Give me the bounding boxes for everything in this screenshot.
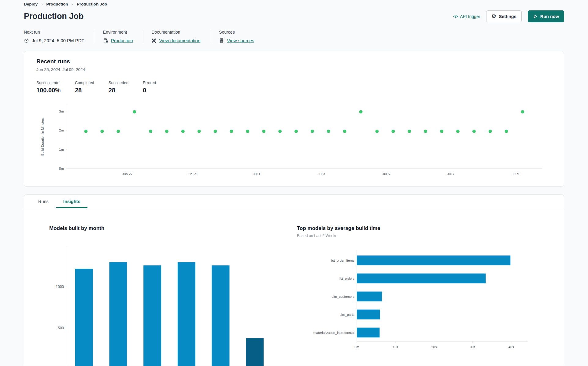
breadcrumb-separator-icon: › bbox=[41, 2, 43, 6]
svg-text:20s: 20s bbox=[431, 345, 437, 349]
tab-bar: Runs Insights bbox=[24, 195, 564, 208]
svg-text:3m: 3m bbox=[59, 109, 64, 113]
svg-text:materialization_incremental: materialization_incremental bbox=[313, 331, 354, 335]
svg-text:Jun 29: Jun 29 bbox=[187, 172, 198, 176]
recent-runs-stats: Success rate 100.00% Completed 28 Succee… bbox=[36, 80, 557, 94]
svg-text:Jul 1: Jul 1 bbox=[253, 172, 260, 176]
insights-panel: Models built by month 05001000FebMarAprM… bbox=[24, 208, 564, 366]
svg-text:Jun 27: Jun 27 bbox=[122, 172, 133, 176]
stat-success-rate: Success rate 100.00% bbox=[36, 80, 61, 94]
view-sources-link[interactable]: View sources bbox=[227, 38, 254, 43]
job-meta-row: Next run Jul 9, 2024, 5:00 PM PDT Enviro… bbox=[24, 30, 564, 43]
meta-documentation: Documentation View documentation bbox=[143, 30, 211, 43]
runs-insights-card: Runs Insights Models built by month 0500… bbox=[24, 194, 564, 366]
chart-title: Top models by average build time bbox=[297, 225, 545, 231]
run-now-button[interactable]: Run now bbox=[528, 10, 564, 22]
svg-text:Jul 5: Jul 5 bbox=[382, 172, 390, 176]
code-icon: </> bbox=[453, 14, 458, 19]
top-models-chart: 0m10s20s30s40sfct_order_itemsfct_ordersd… bbox=[297, 249, 545, 351]
api-trigger-label: API trigger bbox=[460, 14, 480, 19]
top-models-section: Top models by average build time Based o… bbox=[297, 225, 545, 366]
play-icon bbox=[533, 14, 538, 19]
svg-text:dim_customers: dim_customers bbox=[331, 295, 354, 298]
breadcrumb-production-job: Production Job bbox=[77, 2, 107, 6]
breadcrumb-separator-icon: › bbox=[72, 2, 73, 6]
header-actions: </> API trigger ⚙ Settings Run now bbox=[453, 10, 564, 22]
svg-text:fct_order_items: fct_order_items bbox=[331, 259, 354, 262]
svg-text:0m: 0m bbox=[59, 167, 64, 170]
meta-label: Sources bbox=[219, 30, 254, 35]
svg-text:Jul 3: Jul 3 bbox=[318, 172, 325, 176]
recent-runs-title: Recent runs bbox=[36, 58, 557, 65]
build-duration-scatter-chart: 0m1m2m3mJun 27Jun 29Jul 1Jul 3Jul 5Jul 7… bbox=[36, 101, 556, 183]
svg-text:30s: 30s bbox=[470, 345, 475, 349]
environment-icon bbox=[103, 38, 108, 43]
breadcrumb: Deploy › Production › Production Job bbox=[24, 0, 564, 6]
database-icon bbox=[219, 38, 224, 43]
svg-text:fct_orders: fct_orders bbox=[339, 277, 354, 280]
run-now-label: Run now bbox=[540, 14, 559, 19]
models-built-by-month-chart: 05001000FebMarAprMayJunCurrent bbox=[49, 241, 276, 366]
tab-insights[interactable]: Insights bbox=[56, 195, 88, 208]
meta-next-run: Next run Jul 9, 2024, 5:00 PM PDT bbox=[24, 30, 95, 43]
svg-text:Jul 7: Jul 7 bbox=[447, 172, 454, 176]
models-built-by-month-section: Models built by month 05001000FebMarAprM… bbox=[49, 225, 276, 366]
settings-label: Settings bbox=[499, 14, 516, 19]
svg-text:2m: 2m bbox=[59, 128, 64, 132]
gear-icon: ⚙ bbox=[491, 14, 496, 19]
tab-runs[interactable]: Runs bbox=[31, 195, 56, 208]
svg-text:Build Duration in Minutes: Build Duration in Minutes bbox=[41, 118, 44, 156]
production-job-page: Deploy › Production › Production Job Pro… bbox=[0, 0, 588, 366]
svg-text:Jul 9: Jul 9 bbox=[512, 172, 519, 176]
stat-completed: Completed 28 bbox=[75, 80, 94, 94]
breadcrumb-production[interactable]: Production bbox=[46, 2, 68, 6]
svg-text:500: 500 bbox=[58, 326, 64, 330]
svg-text:dim_parts: dim_parts bbox=[340, 313, 355, 316]
page-title: Production Job bbox=[24, 12, 83, 21]
meta-sources: Sources View sources bbox=[211, 30, 264, 43]
meta-label: Documentation bbox=[151, 30, 200, 35]
stat-succeeded: Succeeded 28 bbox=[109, 80, 128, 94]
chart-subtitle: Based on Last 2 Weeks bbox=[297, 234, 545, 238]
api-trigger-link[interactable]: </> API trigger bbox=[453, 14, 480, 19]
recent-runs-card: Recent runs Jun 25, 2024–Jul 09, 2024 Su… bbox=[24, 51, 564, 187]
svg-text:1000: 1000 bbox=[56, 285, 64, 289]
meta-environment: Environment Production bbox=[95, 30, 143, 43]
page-header: Production Job </> API trigger ⚙ Setting… bbox=[24, 10, 564, 22]
recent-runs-date-range: Jun 25, 2024–Jul 09, 2024 bbox=[36, 67, 557, 72]
next-run-value: Jul 9, 2024, 5:00 PM PDT bbox=[32, 38, 84, 43]
dbt-docs-icon bbox=[151, 38, 156, 43]
svg-text:10s: 10s bbox=[393, 345, 398, 349]
meta-label: Next run bbox=[24, 30, 84, 35]
svg-text:40s: 40s bbox=[508, 345, 514, 349]
view-documentation-link[interactable]: View documentation bbox=[159, 38, 200, 43]
svg-text:0m: 0m bbox=[354, 345, 359, 349]
environment-link[interactable]: Production bbox=[111, 38, 133, 43]
stat-errored: Errored 0 bbox=[143, 80, 156, 94]
chart-title: Models built by month bbox=[49, 225, 276, 231]
meta-label: Environment bbox=[103, 30, 133, 35]
settings-button[interactable]: ⚙ Settings bbox=[486, 10, 521, 22]
svg-text:1m: 1m bbox=[59, 148, 64, 151]
breadcrumb-deploy[interactable]: Deploy bbox=[24, 2, 38, 6]
alarm-clock-icon bbox=[24, 38, 29, 43]
